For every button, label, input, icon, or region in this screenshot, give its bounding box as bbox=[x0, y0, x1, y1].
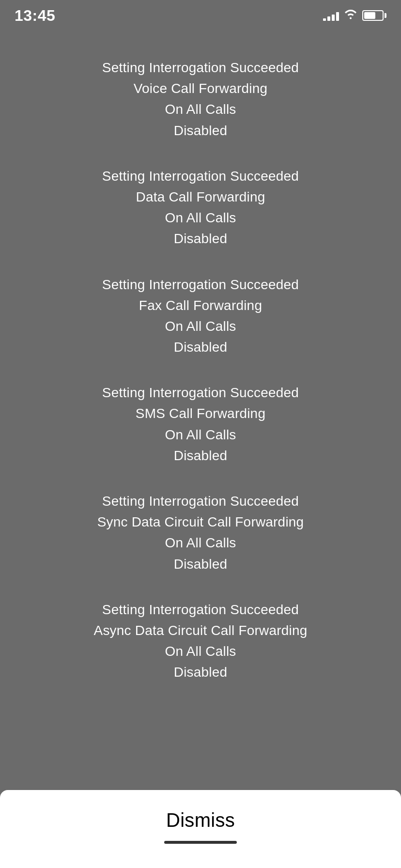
forwarding-group-fax: Setting Interrogation SucceededFax Call … bbox=[15, 275, 386, 357]
status-icons bbox=[323, 9, 386, 22]
forwarding-group-data-line-0: Setting Interrogation Succeeded bbox=[102, 167, 299, 186]
forwarding-group-async-line-2: On All Calls bbox=[165, 642, 236, 661]
forwarding-group-voice-line-0: Setting Interrogation Succeeded bbox=[102, 58, 299, 77]
main-content: Setting Interrogation SucceededVoice Cal… bbox=[0, 29, 401, 701]
forwarding-group-sync-line-3: Disabled bbox=[174, 555, 228, 574]
forwarding-group-sync-line-2: On All Calls bbox=[165, 533, 236, 552]
forwarding-group-async-line-1: Async Data Circuit Call Forwarding bbox=[94, 621, 308, 640]
forwarding-group-fax-line-3: Disabled bbox=[174, 338, 228, 356]
forwarding-group-fax-line-1: Fax Call Forwarding bbox=[139, 296, 262, 315]
forwarding-group-sms-line-0: Setting Interrogation Succeeded bbox=[102, 383, 299, 402]
signal-icon bbox=[323, 10, 339, 21]
forwarding-group-sms-line-1: SMS Call Forwarding bbox=[136, 404, 265, 423]
status-bar: 13:45 bbox=[0, 0, 401, 29]
battery-icon bbox=[362, 10, 386, 21]
forwarding-group-async-line-0: Setting Interrogation Succeeded bbox=[102, 600, 299, 619]
forwarding-group-voice: Setting Interrogation SucceededVoice Cal… bbox=[15, 58, 386, 140]
wifi-icon bbox=[344, 9, 357, 22]
forwarding-group-data-line-1: Data Call Forwarding bbox=[136, 187, 265, 206]
forwarding-group-sms-line-2: On All Calls bbox=[165, 425, 236, 444]
forwarding-group-data-line-3: Disabled bbox=[174, 229, 228, 248]
forwarding-group-sms-line-3: Disabled bbox=[174, 446, 228, 465]
forwarding-group-sync: Setting Interrogation SucceededSync Data… bbox=[15, 492, 386, 574]
forwarding-group-async-line-3: Disabled bbox=[174, 663, 228, 682]
forwarding-group-sync-line-1: Sync Data Circuit Call Forwarding bbox=[97, 512, 304, 531]
forwarding-group-data-line-2: On All Calls bbox=[165, 208, 236, 227]
dismiss-button[interactable]: Dismiss bbox=[15, 800, 386, 841]
forwarding-group-voice-line-1: Voice Call Forwarding bbox=[134, 79, 268, 98]
dismiss-container: Dismiss bbox=[0, 790, 401, 868]
forwarding-group-async: Setting Interrogation SucceededAsync Dat… bbox=[15, 600, 386, 682]
forwarding-group-sync-line-0: Setting Interrogation Succeeded bbox=[102, 492, 299, 511]
forwarding-group-voice-line-2: On All Calls bbox=[165, 100, 236, 119]
forwarding-group-voice-line-3: Disabled bbox=[174, 121, 228, 140]
forwarding-group-data: Setting Interrogation SucceededData Call… bbox=[15, 167, 386, 248]
forwarding-group-sms: Setting Interrogation SucceededSMS Call … bbox=[15, 383, 386, 465]
forwarding-group-fax-line-2: On All Calls bbox=[165, 317, 236, 336]
status-time: 13:45 bbox=[15, 7, 55, 25]
forwarding-group-fax-line-0: Setting Interrogation Succeeded bbox=[102, 275, 299, 294]
home-indicator bbox=[164, 841, 237, 844]
